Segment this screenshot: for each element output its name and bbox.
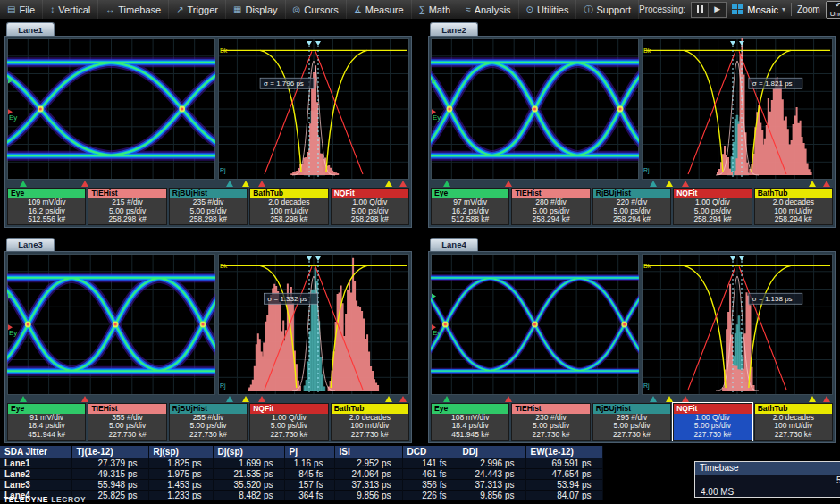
measurement-value: 1.233 ps — [148, 490, 213, 500]
measurement-value: 9.856 ps — [458, 490, 525, 500]
menu-utilities[interactable]: ⊙ Utilities — [519, 0, 577, 19]
eye-diagram[interactable]: Ey — [431, 254, 639, 395]
svg-text:σ = 1.158 ps: σ = 1.158 ps — [752, 295, 793, 303]
descriptor-nqfit-lane1[interactable]: NQFit 1.00 Q/div 5.00 ps/div 258.298 k# — [331, 188, 409, 225]
eye-diagram[interactable]: Ey — [7, 254, 215, 395]
column-header-6: DCD — [402, 446, 458, 458]
jitter-table-header: SDA JitterTj(1e-12)Rj(sp)Dj(sp)PjISIDCDD… — [0, 446, 602, 458]
descriptor-rjbujhist-lane4[interactable]: RjBUjHist 295 #/div 5.00 ps/div 227.730 … — [592, 403, 671, 441]
trace-marker-strip — [7, 180, 409, 188]
descriptor-nqfit-lane3[interactable]: NQFit 1.00 Q/div 5.00 ps/div 227.730 k# — [249, 403, 328, 441]
eye-diagram[interactable]: Ey — [431, 38, 639, 180]
vertical-icon: ↕ — [50, 5, 55, 14]
timebase-value-2: 4.00 MS — [695, 486, 840, 498]
jitter-histogram[interactable]: σ = 1.158 psBkRj — [642, 254, 833, 395]
descriptor-eye-lane3[interactable]: Eye 91 mV/div 18.4 ps/div 451.944 k# — [7, 403, 86, 441]
zoom-button[interactable]: Zoom — [797, 4, 820, 14]
tab-lane4[interactable]: Lane4 — [430, 238, 478, 251]
trace-marker — [20, 396, 27, 402]
trace-marker — [809, 396, 816, 402]
measurement-value: 8.482 ps — [213, 490, 284, 500]
descriptor-tiehist-lane1[interactable]: TIEHist 215 #/div 5.00 ps/div 258.298 k# — [88, 188, 166, 225]
tab-lane1[interactable]: Lane1 — [6, 22, 55, 36]
undo-icon: ↶ — [835, 2, 840, 10]
measurement-value: 141 fs — [402, 458, 458, 468]
descriptor-eye-lane1[interactable]: Eye 109 mV/div 16.2 ps/div 512.556 k# — [7, 188, 86, 225]
measurement-value: 55.948 ps — [71, 479, 148, 490]
undo-button[interactable]: ↶ Undo — [826, 1, 840, 19]
trace-marker — [399, 181, 407, 187]
measurement-value: 356 fs — [402, 479, 458, 490]
main-menu: ▤ File ↕ Vertical ↔ Timebase ↗ Trigger ▦… — [0, 0, 639, 19]
svg-text:Rj: Rj — [643, 167, 650, 174]
descriptor-eye-lane2[interactable]: Eye 97 mV/div 16.2 ps/div 512.588 k# — [431, 188, 509, 225]
descriptor-rjbujhist-lane1[interactable]: RjBUjHist 235 #/div 5.00 ps/div 258.298 … — [169, 188, 248, 225]
mosaic-label: Mosaic — [747, 4, 778, 15]
menu-analysis[interactable]: ≈ Analysis — [458, 0, 518, 19]
measurement-value: 27.379 ps — [71, 458, 148, 468]
eye-diagram[interactable]: Ey — [7, 38, 215, 180]
descriptor-rjbujhist-lane3[interactable]: RjBUjHist 255 #/div 5.00 ps/div 227.730 … — [169, 403, 248, 441]
descriptor-tiehist-lane3[interactable]: TIEHist 355 #/div 5.00 ps/div 227.730 k# — [88, 403, 166, 441]
menu-support[interactable]: ⓘ Support — [576, 0, 639, 19]
cursors-icon: ◎ — [293, 5, 301, 14]
column-header-0: SDA Jitter — [0, 446, 71, 458]
trace-marker — [385, 181, 392, 187]
menu-cursors[interactable]: ◎ Cursors — [286, 0, 347, 19]
measurement-value: 1.453 ps — [148, 479, 213, 490]
descriptor-bathtub-lane1[interactable]: BathTub 2.0 decades 100 mU/div 258.298 k… — [249, 188, 328, 225]
menu-vertical[interactable]: ↕ Vertical — [43, 0, 98, 19]
trace-marker — [823, 181, 830, 187]
descriptor-tiehist-lane2[interactable]: TIEHist 280 #/div 5.00 ps/div 258.294 k# — [511, 188, 590, 225]
menu-trigger[interactable]: ↗ Trigger — [169, 0, 226, 19]
column-header-8: EW(1e-12) — [525, 446, 602, 458]
trace-marker — [242, 396, 249, 402]
measurement-value: 2.996 ps — [458, 458, 525, 468]
pause-icon — [697, 5, 703, 13]
menu-math[interactable]: ∑ Math — [412, 0, 459, 19]
measurement-value: 69.591 ps — [525, 458, 602, 468]
descriptor-bathtub-lane4[interactable]: BathTub 2.0 decades 100 mU/div 227.730 k… — [754, 403, 833, 441]
trace-marker — [258, 181, 265, 187]
jitter-row-lane4: Lane425.825 ps1.233 ps8.482 ps364 fs9.85… — [0, 490, 602, 500]
menu-measure[interactable]: ∡ Measure — [347, 0, 412, 19]
svg-text:Rj: Rj — [220, 382, 226, 390]
file-icon: ▤ — [7, 5, 15, 14]
svg-text:Bk: Bk — [643, 263, 651, 269]
trace-marker — [81, 181, 88, 187]
trace-marker — [443, 396, 450, 402]
measurement-value: 1.825 ps — [148, 458, 213, 468]
measurement-value: 21.535 ps — [213, 468, 284, 479]
menu-file[interactable]: ▤ File — [0, 0, 43, 19]
mosaic-dropdown[interactable]: Mosaic ▾ — [732, 4, 785, 15]
trace-marker — [385, 396, 392, 402]
descriptor-tiehist-lane4[interactable]: TIEHist 230 #/div 5.00 ps/div 227.730 k# — [511, 403, 590, 441]
lane-panel: Lane4 Ey σ = 1.158 psBkRj Eye 108 mV/div… — [428, 238, 836, 443]
descriptor-bathtub-lane2[interactable]: BathTub 2.0 decades 100 mU/div 258.294 k… — [754, 188, 833, 225]
menu-timebase[interactable]: ↔ Timebase — [98, 0, 169, 19]
descriptor-eye-lane4[interactable]: Eye 108 mV/div 18.4 ps/div 451.945 k# — [431, 403, 509, 441]
column-header-7: DDj — [458, 446, 525, 458]
measurement-value: 1.699 ps — [213, 458, 284, 468]
tab-lane3[interactable]: Lane3 — [6, 238, 55, 251]
lane-panel: Lane1 Ey σ = 1.796 psBkRj Eye 109 mV/div… — [4, 22, 412, 228]
pause-button[interactable] — [692, 3, 709, 17]
jitter-histogram[interactable]: σ = 1.332 psBkRj — [218, 254, 409, 395]
trace-marker — [666, 181, 673, 187]
play-button[interactable]: ▶ — [709, 3, 726, 17]
column-header-2: Rj(sp) — [148, 446, 213, 458]
jitter-histogram[interactable]: σ = 1.821 psBkRj — [642, 38, 833, 180]
timebase-panel[interactable]: Timebase 5.0 4.00 MS — [694, 461, 840, 498]
descriptor-nqfit-lane2[interactable]: NQFit 1.00 Q/div 5.00 ps/div 258.294 k# — [673, 188, 752, 225]
trace-marker — [20, 181, 27, 187]
descriptor-bathtub-lane3[interactable]: BathTub 2.0 decades 100 mU/div 227.730 k… — [331, 403, 409, 441]
trace-marker — [682, 181, 689, 187]
measurement-value: 1.975 ps — [148, 468, 213, 479]
descriptor-rjbujhist-lane2[interactable]: RjBUjHist 220 #/div 5.00 ps/div 258.294 … — [592, 188, 671, 225]
tab-lane2[interactable]: Lane2 — [430, 22, 478, 36]
jitter-histogram[interactable]: σ = 1.796 psBkRj — [218, 38, 409, 180]
descriptor-nqfit-lane4[interactable]: NQFit 1.00 Q/div 5.00 ps/div 227.730 k# — [673, 403, 752, 441]
measurement-value: 845 fs — [284, 468, 334, 479]
menu-display[interactable]: ▦ Display — [226, 0, 286, 19]
trace-marker — [443, 181, 450, 187]
